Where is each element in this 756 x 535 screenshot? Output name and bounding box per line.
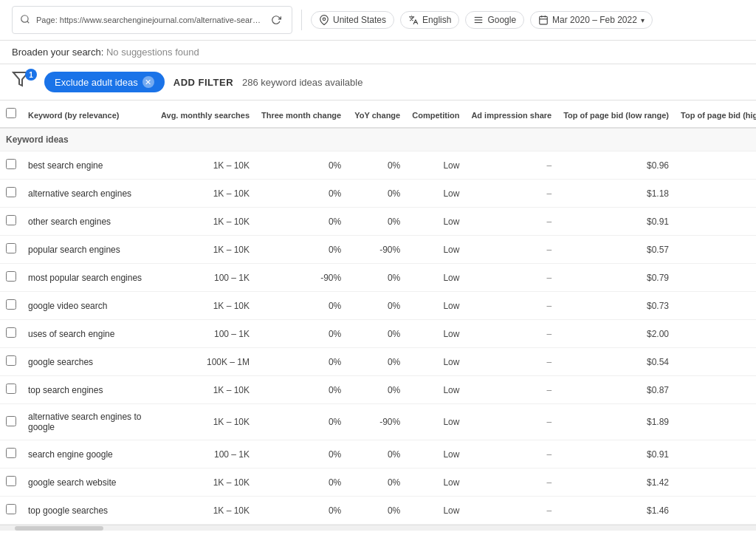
date-chip[interactable]: Mar 2020 – Feb 2022 ▾ [530,11,653,29]
row-avg: 100 – 1K [155,440,255,468]
language-chip[interactable]: English [400,11,459,29]
select-all-checkbox[interactable] [6,108,16,118]
section-header-row: Keyword ideas [0,128,756,151]
row-checkbox-cell[interactable] [0,292,22,320]
row-checkbox[interactable] [6,476,16,486]
search-icon [20,14,30,27]
row-avg: 1K – 10K [155,151,255,180]
keyword-link[interactable]: best search engine [28,160,103,171]
row-checkbox-cell[interactable] [0,236,22,264]
keyword-link[interactable]: google search website [28,477,116,488]
row-three-month: 0% [255,180,347,208]
filter-icon-container[interactable]: 1 [12,70,35,94]
row-checkbox[interactable] [6,504,16,514]
row-avg: 100 – 1K [155,320,255,348]
row-checkbox-cell[interactable] [0,208,22,236]
col-header-high-bid[interactable]: Top of page bid (high range) [675,100,756,128]
row-keyword: popular search engines [22,236,155,264]
close-icon: ✕ [142,76,154,88]
row-high-bid: $2.55 [675,376,756,404]
keyword-link[interactable]: alternative search engines [28,188,131,199]
row-three-month: 0% [255,151,347,180]
table-row: google search website 1K – 10K 0% 0% Low… [0,468,756,497]
keyword-link[interactable]: top google searches [28,505,108,516]
row-high-bid: $3.66 [675,180,756,208]
row-checkbox[interactable] [6,355,16,366]
row-keyword: best search engine [22,151,155,180]
refresh-button[interactable] [268,10,284,30]
row-checkbox-cell[interactable] [0,376,22,404]
row-yoy: 0% [347,264,406,292]
add-filter-button[interactable]: ADD FILTER [173,77,233,88]
row-keyword: top google searches [22,497,155,525]
row-checkbox-cell[interactable] [0,440,22,468]
row-three-month: 0% [255,376,347,404]
row-yoy: 0% [347,320,406,348]
row-checkbox[interactable] [6,159,16,169]
row-checkbox[interactable] [6,243,16,253]
row-avg: 1K – 10K [155,208,255,236]
row-checkbox-cell[interactable] [0,320,22,348]
row-checkbox[interactable] [6,299,16,310]
keyword-link[interactable]: popular search engines [28,245,120,255]
row-competition: Low [406,208,465,236]
row-keyword: alternative search engines [22,180,155,208]
row-checkbox[interactable] [6,384,16,394]
col-header-ad-impression[interactable]: Ad impression share [465,100,557,128]
keyword-link[interactable]: uses of search engine [28,329,114,339]
row-checkbox-cell[interactable] [0,180,22,208]
col-header-competition[interactable]: Competition [406,100,465,128]
keyword-link[interactable]: google video search [28,301,107,311]
svg-line-1 [27,21,30,23]
table-row: search engine google 100 – 1K 0% 0% Low … [0,440,756,468]
row-competition: Low [406,180,465,208]
row-checkbox[interactable] [6,416,16,426]
row-checkbox[interactable] [6,327,16,338]
row-three-month: 0% [255,440,347,468]
svg-rect-6 [540,16,548,24]
row-checkbox[interactable] [6,271,16,282]
col-header-yoy[interactable]: YoY change [347,100,406,128]
row-checkbox[interactable] [6,448,16,458]
exclude-adult-button[interactable]: Exclude adult ideas ✕ [44,72,165,92]
page-label: Page: https://www.searchenginejournal.co… [36,16,262,24]
row-checkbox-cell[interactable] [0,497,22,525]
scrollbar-thumb[interactable] [15,526,103,531]
col-header-keyword[interactable]: Keyword (by relevance) [22,100,155,128]
keyword-link[interactable]: google searches [28,357,93,367]
row-checkbox-cell[interactable] [0,468,22,497]
row-avg: 100K – 1M [155,348,255,376]
row-yoy: 0% [347,468,406,497]
translate-icon [408,15,419,25]
keyword-link[interactable]: most popular search engines [28,273,142,283]
chevron-down-icon: ▾ [641,16,645,24]
select-all-cell[interactable] [0,100,22,128]
keyword-link[interactable]: top search engines [28,385,103,395]
keyword-link[interactable]: alternative search engines to google [28,412,141,432]
col-header-low-bid[interactable]: Top of page bid (low range) [557,100,675,128]
row-checkbox[interactable] [6,215,16,225]
col-header-three-month[interactable]: Three month change [255,100,347,128]
keyword-link[interactable]: search engine google [28,449,113,460]
row-avg: 1K – 10K [155,292,255,320]
svg-point-0 [21,15,28,21]
row-checkbox[interactable] [6,187,16,197]
row-checkbox-cell[interactable] [0,151,22,180]
col-header-avg[interactable]: Avg. monthly searches [155,100,255,128]
row-yoy: 0% [347,440,406,468]
row-checkbox-cell[interactable] [0,348,22,376]
row-checkbox-cell[interactable] [0,404,22,440]
table-row: best search engine 1K – 10K 0% 0% Low – … [0,151,756,180]
url-search-box[interactable]: Page: https://www.searchenginejournal.co… [12,6,292,34]
row-high-bid: $2.50 [675,348,756,376]
location-chip[interactable]: United States [311,11,394,29]
row-ad-share: – [465,151,557,180]
row-yoy: 0% [347,497,406,525]
engine-chip[interactable]: Google [465,11,524,29]
row-low-bid: $1.89 [557,404,675,440]
horizontal-scrollbar[interactable] [0,525,756,531]
keyword-link[interactable]: other search engines [28,217,111,227]
table-row: top search engines 1K – 10K 0% 0% Low – … [0,376,756,404]
row-checkbox-cell[interactable] [0,264,22,292]
row-competition: Low [406,348,465,376]
